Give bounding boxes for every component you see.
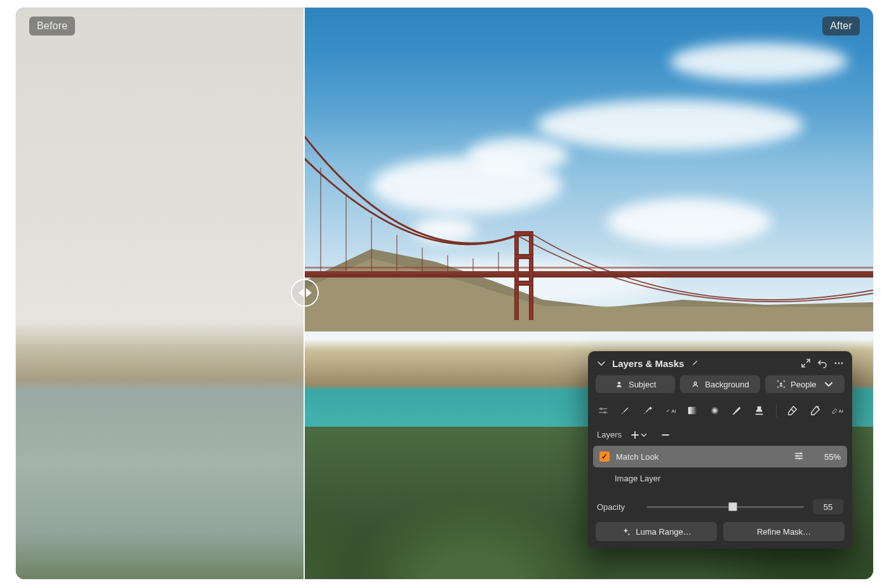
person-icon [615,380,624,389]
panel-header: Layers & Masks [588,351,852,375]
layer-row-image-layer[interactable]: Image Layer [593,467,847,489]
svg-point-25 [604,411,606,414]
layer-checkbox[interactable]: ✓ [599,451,610,462]
svg-point-24 [600,408,603,410]
comparison-viewport: Before After Layers & Masks [16,8,873,579]
layers-label: Layers [597,430,622,439]
layer-row-match-look[interactable]: ✓ Match Look 55% [593,446,847,467]
layers-masks-panel: Layers & Masks Subject Background [588,351,852,549]
luma-range-button[interactable]: Luma Range… [596,522,717,541]
svg-point-17 [835,363,837,364]
layer-name: Image Layer [615,474,841,483]
chevron-down-icon [824,380,833,389]
opacity-row: Opacity 55 [588,494,852,522]
sparkle-icon [621,527,631,537]
svg-point-18 [838,363,840,364]
expand-icon[interactable] [800,357,812,369]
ai-brush-icon[interactable]: AI [664,403,676,418]
sliders-icon[interactable] [794,451,804,463]
opacity-value[interactable]: 55 [813,499,843,514]
cloud [537,100,803,150]
adjust-icon[interactable] [597,403,609,418]
mask-background-label: Background [705,380,749,389]
magic-eraser-icon[interactable] [809,403,821,418]
layer-name: Match Look [616,452,787,462]
add-layer-button[interactable] [631,431,647,439]
mask-quick-buttons: Subject Background People [588,375,852,399]
svg-point-23 [780,383,782,385]
radial-icon[interactable] [709,403,721,418]
svg-point-30 [798,457,800,459]
remove-layer-button[interactable] [661,431,670,439]
panel-actions: Luma Range… Refine Mask… [588,522,852,549]
chevron-down-icon[interactable] [596,357,607,369]
chevron-left-icon [298,288,304,297]
before-badge: Before [29,17,75,36]
brush-small-icon[interactable] [689,357,700,369]
stamp-icon[interactable] [753,403,765,418]
undo-icon[interactable] [817,357,828,369]
magic-brush-icon[interactable] [641,403,653,418]
refine-mask-label: Refine Mask… [757,527,811,537]
mask-tool-row: AI AI [588,399,852,426]
person-outline-icon [691,380,700,389]
panel-title: Layers & Masks [612,358,684,369]
comparison-handle[interactable] [291,279,319,307]
svg-point-27 [711,406,719,415]
eraser-icon[interactable] [786,403,798,418]
chevron-right-icon [306,288,312,297]
svg-rect-26 [688,407,697,415]
layer-list: ✓ Match Look 55% Image Layer [588,443,852,494]
svg-point-29 [796,455,798,457]
luma-range-label: Luma Range… [636,527,691,537]
after-badge: After [822,17,860,36]
mask-people-button[interactable]: People [765,375,845,393]
gradient-icon[interactable] [686,403,698,418]
opacity-slider[interactable] [646,501,804,512]
more-icon[interactable] [833,357,845,369]
layer-opacity-percent: 55% [810,452,841,462]
cloud [670,43,848,81]
svg-point-21 [618,382,620,384]
layers-header-bar: Layers [588,426,852,443]
svg-point-22 [694,382,697,384]
refine-mask-button[interactable]: Refine Mask… [723,522,845,541]
mask-people-label: People [791,380,816,389]
before-image [16,8,305,579]
people-scan-icon [777,380,785,389]
svg-point-19 [841,363,843,364]
mask-subject-button[interactable]: Subject [596,375,675,393]
eraser-brush-icon[interactable] [731,403,743,418]
ai-eraser-icon[interactable]: AI [831,403,843,418]
svg-point-28 [799,452,801,454]
separator [776,404,777,417]
mask-subject-label: Subject [629,380,656,389]
mask-background-button[interactable]: Background [680,375,759,393]
cloud [467,138,568,173]
opacity-slider-knob[interactable] [728,502,737,511]
brush-icon[interactable] [619,403,631,418]
bridge-tower-far [514,231,533,320]
opacity-label: Opacity [597,502,638,512]
